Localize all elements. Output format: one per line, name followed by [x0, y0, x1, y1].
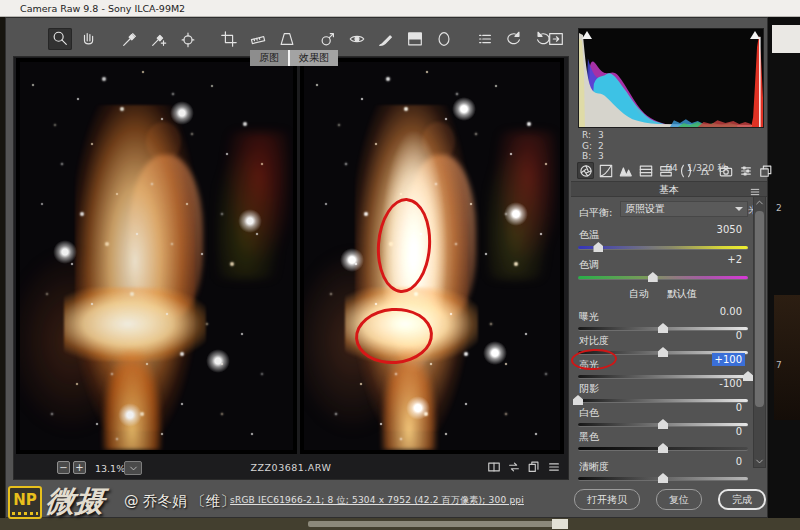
spark-fountain	[102, 349, 162, 450]
slider-thumb-clarity[interactable]	[658, 473, 668, 483]
panel-scrollbar[interactable]	[753, 196, 766, 468]
targeted-adjustment-tool[interactable]	[176, 28, 200, 50]
workflow-options-link[interactable]: sRGB IEC61966-2.1; 8 位; 5304 x 7952 (42.…	[187, 494, 567, 507]
histogram-graph	[579, 29, 763, 127]
rgb-row: B:3	[582, 151, 604, 162]
done-button[interactable]: 完成	[718, 489, 766, 510]
tab-camera-calibration[interactable]	[717, 162, 734, 179]
tab-presets[interactable]	[737, 162, 754, 179]
slider-shadows: 阴影-100	[576, 377, 750, 401]
adjustment-brush-tool[interactable]	[374, 28, 398, 50]
preferences-tool[interactable]	[473, 28, 497, 50]
slider-value-tint[interactable]: +2	[727, 253, 742, 266]
red-eye-tool[interactable]	[345, 28, 369, 50]
slider-value-blacks[interactable]: 0	[736, 425, 742, 438]
crop-tool[interactable]	[217, 28, 241, 50]
slider-thumb-temperature[interactable]	[593, 242, 603, 252]
preview-mode-buttons	[486, 459, 562, 475]
scrollbar-thumb[interactable]	[755, 211, 764, 407]
reset-button[interactable]: 复位	[656, 489, 702, 510]
tab-basic[interactable]	[577, 162, 594, 179]
slider-blacks: 黑色0	[576, 425, 750, 449]
highlight-clipping-warning-icon[interactable]	[750, 31, 760, 39]
copy-settings-icon[interactable]	[526, 459, 542, 475]
slider-tint: 色调+2	[576, 253, 750, 283]
photo-after-image	[304, 62, 560, 450]
photo-before[interactable]	[16, 58, 297, 454]
toolbar	[48, 28, 555, 50]
spark-flare	[206, 349, 230, 373]
auto-link[interactable]: 自动	[629, 287, 649, 305]
slider-thumb-tint[interactable]	[648, 272, 658, 282]
tab-hsl-grayscale[interactable]	[637, 162, 654, 179]
shadow-clipping-warning-icon[interactable]	[582, 31, 592, 39]
tab-effects[interactable]: fx	[697, 162, 714, 179]
slider-label-whites: 白色	[576, 406, 599, 419]
slider-value-clarity[interactable]: 0	[736, 455, 742, 468]
spark-dots	[20, 62, 22, 64]
scroll-up-icon[interactable]	[754, 197, 765, 208]
open-copy-button[interactable]: 打开拷贝	[574, 489, 640, 510]
desktop-right-window-fragment	[772, 25, 800, 53]
slider-track-clarity[interactable]	[578, 477, 748, 481]
transform-tool[interactable]	[275, 28, 299, 50]
tab-detail[interactable]	[617, 162, 634, 179]
rgb-row: R:3	[582, 130, 604, 141]
slider-value-shadows[interactable]: -100	[719, 377, 742, 390]
slider-value-exposure[interactable]: 0.00	[720, 305, 742, 318]
slider-track-temperature[interactable]	[578, 246, 748, 250]
default-link[interactable]: 默认值	[667, 287, 697, 305]
slider-thumb-blacks[interactable]	[658, 443, 668, 453]
svg-text:fx: fx	[700, 165, 711, 176]
slider-track-tint[interactable]	[578, 276, 748, 280]
slider-label-blacks: 黑色	[576, 430, 599, 443]
photo-after[interactable]	[300, 58, 564, 454]
rotate-left-tool[interactable]	[502, 28, 526, 50]
spark-flare	[452, 97, 476, 121]
spark-flare	[483, 341, 507, 365]
preview-tabs: 原图效果图	[250, 50, 338, 66]
slider-label-contrast: 对比度	[576, 334, 609, 347]
swap-before-after-icon[interactable]	[506, 459, 522, 475]
spark-flare	[340, 248, 364, 272]
footer-buttons: 打开拷贝复位完成	[548, 489, 766, 510]
radial-filter-tool[interactable]	[432, 28, 456, 50]
slider-value-whites[interactable]: 0	[736, 401, 742, 414]
slider-temperature: 色温3050	[576, 223, 750, 253]
title-bar: Camera Raw 9.8 - Sony ILCA-99M2	[0, 0, 800, 17]
tab-snapshots[interactable]	[757, 162, 774, 179]
spark-flare	[170, 101, 194, 125]
panel-menu-icon[interactable]	[749, 183, 762, 195]
before-after-view-icon[interactable]	[486, 459, 502, 475]
window-title: Camera Raw 9.8 - Sony ILCA-99M2	[20, 3, 185, 14]
auto-default-row: 自动 默认值	[576, 287, 750, 305]
tab-tone-curve[interactable]	[597, 162, 614, 179]
preview-options-icon[interactable]	[546, 459, 562, 475]
scroll-down-icon[interactable]	[754, 456, 765, 467]
tab-split-toning[interactable]	[657, 162, 674, 179]
graduated-filter-tool[interactable]	[403, 28, 427, 50]
straighten-tool[interactable]	[246, 28, 270, 50]
desktop-digit: 7	[776, 360, 782, 370]
slider-value-temperature[interactable]: 3050	[717, 223, 742, 236]
spot-removal-tool[interactable]	[316, 28, 340, 50]
white-balance-select[interactable]: 原照设置	[620, 201, 748, 217]
desktop-left-strip	[0, 17, 5, 530]
slider-clarity: 清晰度0	[576, 455, 750, 479]
color-sampler-tool[interactable]	[147, 28, 171, 50]
zoom-tool[interactable]	[48, 28, 72, 50]
slider-label-clarity: 清晰度	[576, 460, 609, 473]
photo-before-image	[20, 62, 293, 450]
slider-track-blacks[interactable]	[578, 447, 748, 451]
preview-tab-0[interactable]: 原图	[250, 50, 288, 66]
preview-tab-1[interactable]: 效果图	[290, 50, 338, 66]
watermark-logo: NP	[8, 486, 42, 519]
lantern-glow	[217, 132, 288, 279]
toggle-fullscreen[interactable]	[544, 28, 568, 50]
tab-lens-corrections[interactable]	[677, 162, 694, 179]
slider-value-highlights[interactable]: +100	[712, 353, 745, 366]
histogram	[578, 28, 764, 128]
slider-value-contrast[interactable]: 0	[736, 329, 742, 342]
hand-tool[interactable]	[77, 28, 101, 50]
white-balance-tool[interactable]	[118, 28, 142, 50]
